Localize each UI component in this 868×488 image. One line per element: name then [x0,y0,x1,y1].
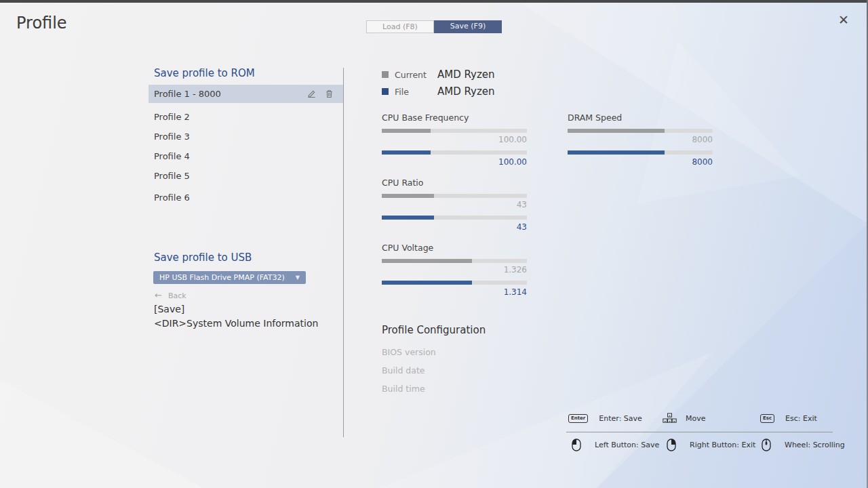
panel-divider [343,68,344,437]
slider-track-file[interactable] [568,150,713,155]
legend-current-swatch [382,71,389,78]
usb-back-button[interactable]: ←Back [155,290,186,300]
slider-value-current: 43 [382,200,527,209]
slider-dram-speed: DRAM Speed 8000 8000 [568,113,713,123]
slider-cpu-voltage: CPU Voltage 1.326 1.314 [382,243,527,253]
tab-load-profile[interactable]: Load (F8) [366,20,434,33]
profile-slot-3[interactable]: Profile 3 [149,127,343,146]
profile-slot-label: Profile 5 [154,171,190,181]
profile-configuration-heading: Profile Configuration [382,324,486,336]
slider-fill-current [382,194,434,198]
slider-label: DRAM Speed [568,113,713,123]
slider-fill-current [382,129,431,133]
slider-label: CPU Ratio [382,178,527,188]
hint-enter-label: Enter: Save [599,414,642,423]
chevron-down-icon: ▼ [296,271,300,284]
slider-value-current: 8000 [568,135,713,144]
hint-mouse-right: Right Button: Exit [667,439,755,451]
slider-fill-file [382,216,434,220]
legend-current-value: AMD Ryzen [437,68,495,81]
slider-track-file[interactable] [382,216,527,220]
usb-drive-select[interactable]: HP USB Flash Drive PMAP (FAT32) ▼ [153,271,306,284]
hint-esc: Esc Esc: Exit [760,414,817,423]
hint-move: Move [663,413,706,424]
profile-slot-4[interactable]: Profile 4 [149,147,343,165]
hint-enter: Enter Enter: Save [568,414,642,423]
profile-slot-label: Profile 4 [154,151,190,161]
profile-slot-label: Profile 6 [154,192,190,203]
top-border-bar [0,0,868,3]
profile-slot-5[interactable]: Profile 5 [149,167,343,185]
hint-mouse-right-label: Right Button: Exit [690,441,755,449]
slider-label: CPU Base Frequency [382,113,527,123]
slider-fill-file [568,150,665,155]
hints-divider [566,432,833,432]
page-title: Profile [16,14,67,33]
profile-config-build-time: Build time [382,384,425,394]
hint-mouse-left: Left Button: Save [572,439,659,451]
usb-entry-save[interactable]: [Save] [154,304,184,314]
arrow-keys-icon [663,413,677,424]
profile-slot-label: Profile 1 - 8000 [154,89,221,99]
slider-value-file: 43 [382,222,527,232]
slider-track-current[interactable] [382,259,527,263]
close-icon[interactable]: ✕ [838,14,849,26]
slider-cpu-base-frequency: CPU Base Frequency 100.00 100.00 [382,113,527,123]
profile-slot-6[interactable]: Profile 6 [149,188,343,207]
profile-config-build-date: Build date [382,365,425,375]
legend-current-label: Current [395,70,431,80]
hint-esc-label: Esc: Exit [785,414,817,423]
slider-value-current: 1.326 [382,265,527,274]
profile-config-bios-version: BIOS version [382,347,436,357]
slider-track-file[interactable] [382,281,527,285]
usb-entry-dir[interactable]: <DIR>System Volume Information [154,318,318,329]
mouse-left-button-icon [572,439,581,451]
delete-trash-icon[interactable] [325,89,334,98]
mouse-right-button-icon [667,439,676,451]
slider-track-current[interactable] [568,129,713,133]
back-label: Back [168,291,186,300]
slider-track-file[interactable] [382,150,527,155]
back-arrow-icon: ← [155,290,162,300]
hint-move-label: Move [686,414,706,423]
slider-label: CPU Voltage [382,243,527,253]
hint-mouse-left-label: Left Button: Save [595,441,659,449]
enter-key-icon: Enter [568,414,588,423]
edit-pencil-icon[interactable] [307,89,316,98]
slider-value-file: 8000 [568,157,713,167]
profile-slot-label: Profile 3 [154,131,190,142]
legend-current: Current AMD Ryzen [382,68,495,81]
slider-fill-file [382,281,472,285]
slider-value-file: 1.314 [382,287,527,297]
legend-file-label: File [395,87,431,97]
save-to-rom-heading: Save profile to ROM [154,67,255,79]
slider-fill-file [382,150,431,155]
hint-mouse-wheel: Wheel: Scrolling [762,439,845,451]
legend-file-swatch [382,88,389,95]
profile-slot-label: Profile 2 [154,112,190,122]
slider-fill-current [382,259,472,263]
slider-track-current[interactable] [382,129,527,133]
slider-value-file: 100.00 [382,157,527,167]
slider-value-current: 100.00 [382,135,527,144]
esc-key-icon: Esc [760,414,774,423]
legend-file: File AMD Ryzen [382,85,495,98]
slider-track-current[interactable] [382,194,527,198]
profile-slot-2[interactable]: Profile 2 [149,108,343,126]
save-to-usb-heading: Save profile to USB [154,251,252,264]
tab-save-profile[interactable]: Save (F9) [434,20,502,33]
mouse-wheel-icon [762,439,771,451]
slider-cpu-ratio: CPU Ratio 43 43 [382,178,527,188]
slider-fill-current [568,129,665,133]
hint-mouse-wheel-label: Wheel: Scrolling [785,441,845,449]
usb-drive-selected-value: HP USB Flash Drive PMAP (FAT32) [159,273,285,282]
legend-file-value: AMD Ryzen [437,85,495,98]
profile-slot-1[interactable]: Profile 1 - 8000 [149,85,343,103]
